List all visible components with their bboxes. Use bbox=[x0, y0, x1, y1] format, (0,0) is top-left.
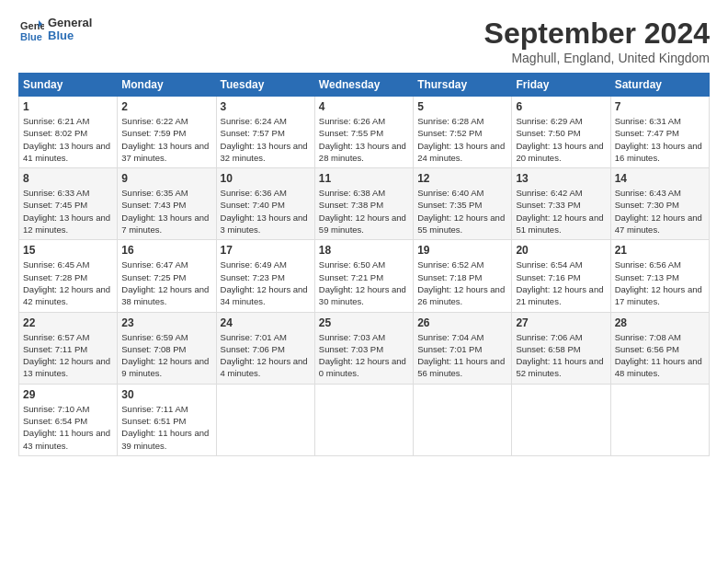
calendar-cell: 18Sunrise: 6:50 AMSunset: 7:21 PMDayligh… bbox=[314, 240, 413, 312]
day-number: 17 bbox=[221, 244, 311, 257]
daylight-label: Daylight: 12 hours and 13 minutes. bbox=[23, 356, 110, 378]
day-info: Sunrise: 7:11 AMSunset: 6:51 PMDaylight:… bbox=[121, 403, 211, 452]
calendar-cell: 14Sunrise: 6:43 AMSunset: 7:30 PMDayligh… bbox=[610, 168, 709, 240]
calendar-cell: 23Sunrise: 6:59 AMSunset: 7:08 PMDayligh… bbox=[118, 312, 216, 384]
daylight-label: Daylight: 13 hours and 41 minutes. bbox=[23, 141, 110, 163]
sunset-label: Sunset: 7:03 PM bbox=[319, 344, 383, 354]
daylight-label: Daylight: 12 hours and 51 minutes. bbox=[516, 213, 603, 235]
day-info: Sunrise: 6:22 AMSunset: 7:59 PMDaylight:… bbox=[121, 115, 211, 164]
daylight-label: Daylight: 13 hours and 37 minutes. bbox=[121, 141, 209, 163]
logo: General Blue General Blue bbox=[18, 17, 92, 43]
sunset-label: Sunset: 6:54 PM bbox=[23, 416, 87, 426]
day-info: Sunrise: 6:38 AMSunset: 7:38 PMDaylight:… bbox=[319, 187, 409, 236]
day-info: Sunrise: 6:31 AMSunset: 7:47 PMDaylight:… bbox=[615, 115, 705, 164]
weekday-header: Sunday bbox=[19, 74, 118, 97]
daylight-label: Daylight: 11 hours and 52 minutes. bbox=[516, 356, 603, 378]
day-number: 6 bbox=[516, 100, 606, 113]
calendar-cell: 6Sunrise: 6:29 AMSunset: 7:50 PMDaylight… bbox=[512, 97, 610, 168]
sunset-label: Sunset: 7:38 PM bbox=[319, 200, 383, 210]
day-number: 15 bbox=[23, 244, 113, 257]
calendar-cell: 19Sunrise: 6:52 AMSunset: 7:18 PMDayligh… bbox=[414, 240, 512, 312]
sunrise-label: Sunrise: 6:49 AM bbox=[221, 259, 287, 270]
sunrise-label: Sunrise: 7:03 AM bbox=[319, 332, 385, 342]
day-info: Sunrise: 6:28 AMSunset: 7:52 PMDaylight:… bbox=[417, 115, 507, 164]
sunset-label: Sunset: 7:47 PM bbox=[615, 128, 679, 138]
calendar-cell: 29Sunrise: 7:10 AMSunset: 6:54 PMDayligh… bbox=[19, 384, 118, 455]
daylight-label: Daylight: 12 hours and 47 minutes. bbox=[615, 213, 702, 235]
sunrise-label: Sunrise: 6:21 AM bbox=[23, 116, 89, 126]
calendar-cell: 10Sunrise: 6:36 AMSunset: 7:40 PMDayligh… bbox=[216, 168, 314, 240]
calendar-cell: 8Sunrise: 6:33 AMSunset: 7:45 PMDaylight… bbox=[19, 168, 118, 240]
sunset-label: Sunset: 6:51 PM bbox=[121, 416, 186, 426]
daylight-label: Daylight: 13 hours and 16 minutes. bbox=[615, 141, 702, 163]
sunrise-label: Sunrise: 6:54 AM bbox=[516, 259, 582, 270]
calendar-cell: 21Sunrise: 6:56 AMSunset: 7:13 PMDayligh… bbox=[610, 240, 709, 312]
day-number: 26 bbox=[417, 316, 507, 329]
day-number: 30 bbox=[121, 388, 211, 401]
day-info: Sunrise: 6:54 AMSunset: 7:16 PMDaylight:… bbox=[516, 259, 606, 307]
weekday-header: Tuesday bbox=[216, 74, 314, 97]
day-number: 9 bbox=[121, 172, 211, 185]
day-info: Sunrise: 6:33 AMSunset: 7:45 PMDaylight:… bbox=[23, 187, 113, 236]
header: General Blue General Blue September 2024… bbox=[18, 17, 710, 65]
sunrise-label: Sunrise: 6:31 AM bbox=[615, 116, 681, 126]
sunset-label: Sunset: 7:55 PM bbox=[319, 128, 383, 138]
sunrise-label: Sunrise: 6:43 AM bbox=[615, 188, 681, 198]
sunrise-label: Sunrise: 6:40 AM bbox=[417, 188, 483, 198]
daylight-label: Daylight: 13 hours and 3 minutes. bbox=[221, 213, 308, 235]
sunrise-label: Sunrise: 6:28 AM bbox=[417, 116, 483, 126]
calendar-cell: 5Sunrise: 6:28 AMSunset: 7:52 PMDaylight… bbox=[414, 97, 512, 168]
weekday-header: Thursday bbox=[414, 74, 512, 97]
day-info: Sunrise: 6:26 AMSunset: 7:55 PMDaylight:… bbox=[319, 115, 409, 164]
day-info: Sunrise: 7:01 AMSunset: 7:06 PMDaylight:… bbox=[221, 331, 311, 380]
day-info: Sunrise: 7:08 AMSunset: 6:56 PMDaylight:… bbox=[615, 331, 705, 380]
daylight-label: Daylight: 13 hours and 28 minutes. bbox=[319, 141, 406, 163]
day-info: Sunrise: 6:50 AMSunset: 7:21 PMDaylight:… bbox=[319, 259, 409, 307]
day-info: Sunrise: 6:43 AMSunset: 7:30 PMDaylight:… bbox=[615, 187, 705, 236]
calendar-cell: 13Sunrise: 6:42 AMSunset: 7:33 PMDayligh… bbox=[512, 168, 610, 240]
calendar-cell: 22Sunrise: 6:57 AMSunset: 7:11 PMDayligh… bbox=[19, 312, 118, 384]
weekday-header: Saturday bbox=[610, 74, 709, 97]
sunset-label: Sunset: 7:18 PM bbox=[417, 272, 482, 282]
calendar-cell: 28Sunrise: 7:08 AMSunset: 6:56 PMDayligh… bbox=[610, 312, 709, 384]
daylight-label: Daylight: 12 hours and 17 minutes. bbox=[615, 284, 702, 306]
daylight-label: Daylight: 12 hours and 42 minutes. bbox=[23, 284, 110, 306]
calendar-week-row: 1Sunrise: 6:21 AMSunset: 8:02 PMDaylight… bbox=[19, 97, 710, 168]
day-number: 3 bbox=[221, 100, 311, 113]
daylight-label: Daylight: 12 hours and 59 minutes. bbox=[319, 213, 406, 235]
sunrise-label: Sunrise: 6:50 AM bbox=[319, 259, 385, 270]
sunset-label: Sunset: 6:58 PM bbox=[516, 344, 580, 354]
sunrise-label: Sunrise: 6:35 AM bbox=[121, 188, 188, 198]
day-number: 7 bbox=[615, 100, 705, 113]
day-number: 28 bbox=[615, 316, 705, 329]
sunset-label: Sunset: 7:13 PM bbox=[615, 272, 679, 282]
daylight-label: Daylight: 13 hours and 24 minutes. bbox=[417, 141, 505, 163]
day-info: Sunrise: 6:36 AMSunset: 7:40 PMDaylight:… bbox=[221, 187, 311, 236]
day-number: 13 bbox=[516, 172, 606, 185]
sunset-label: Sunset: 7:08 PM bbox=[121, 344, 186, 354]
day-number: 25 bbox=[319, 316, 409, 329]
sunrise-label: Sunrise: 7:10 AM bbox=[23, 404, 89, 414]
calendar-week-row: 15Sunrise: 6:45 AMSunset: 7:28 PMDayligh… bbox=[19, 240, 710, 312]
day-info: Sunrise: 6:52 AMSunset: 7:18 PMDaylight:… bbox=[417, 259, 507, 307]
calendar-cell: 20Sunrise: 6:54 AMSunset: 7:16 PMDayligh… bbox=[512, 240, 610, 312]
calendar-cell bbox=[610, 384, 709, 455]
sunset-label: Sunset: 7:06 PM bbox=[221, 344, 285, 354]
day-info: Sunrise: 6:21 AMSunset: 8:02 PMDaylight:… bbox=[23, 115, 113, 164]
day-number: 8 bbox=[23, 172, 113, 185]
logo-icon: General Blue bbox=[18, 17, 44, 42]
day-number: 23 bbox=[121, 316, 211, 329]
calendar-cell: 11Sunrise: 6:38 AMSunset: 7:38 PMDayligh… bbox=[314, 168, 413, 240]
location: Maghull, England, United Kingdom bbox=[484, 51, 710, 65]
calendar-cell: 30Sunrise: 7:11 AMSunset: 6:51 PMDayligh… bbox=[118, 384, 216, 455]
daylight-label: Daylight: 11 hours and 43 minutes. bbox=[23, 428, 110, 450]
day-number: 20 bbox=[516, 244, 606, 257]
daylight-label: Daylight: 12 hours and 4 minutes. bbox=[221, 356, 308, 378]
calendar-week-row: 8Sunrise: 6:33 AMSunset: 7:45 PMDaylight… bbox=[19, 168, 710, 240]
day-info: Sunrise: 6:45 AMSunset: 7:28 PMDaylight:… bbox=[23, 259, 113, 307]
daylight-label: Daylight: 12 hours and 26 minutes. bbox=[417, 284, 505, 306]
calendar-cell: 12Sunrise: 6:40 AMSunset: 7:35 PMDayligh… bbox=[414, 168, 512, 240]
calendar-cell: 16Sunrise: 6:47 AMSunset: 7:25 PMDayligh… bbox=[118, 240, 216, 312]
calendar-cell bbox=[314, 384, 413, 455]
sunrise-label: Sunrise: 6:22 AM bbox=[121, 116, 188, 126]
